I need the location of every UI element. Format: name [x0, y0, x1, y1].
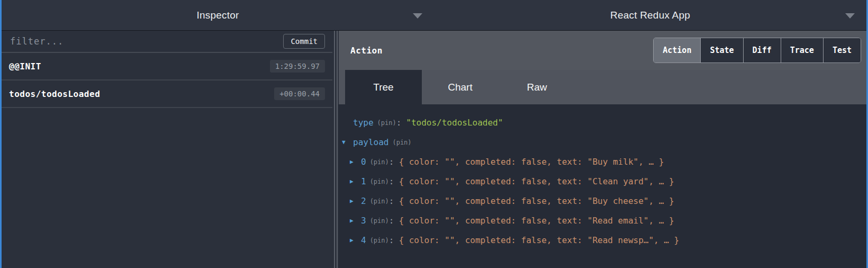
- colon: :: [396, 118, 402, 128]
- detail-header-title: Action: [350, 46, 383, 56]
- main-area: Commit @@INIT 1:29:59.97 todos/todosLoad…: [2, 31, 866, 268]
- panel-resize-handle[interactable]: [332, 31, 339, 268]
- colon: :: [389, 157, 394, 167]
- payload-children: ▶ 0 (pin) : { color: "", completed: fals…: [350, 152, 866, 250]
- json-tree: type (pin) : "todos/todosLoaded" ▼ paylo…: [339, 104, 866, 268]
- object-preview: { color: "", completed: false, text: "Bu…: [399, 157, 664, 167]
- tree-index: 4: [361, 235, 366, 245]
- tree-index: 0: [361, 157, 366, 167]
- action-list-item[interactable]: @@INIT 1:29:59.97: [2, 53, 332, 81]
- tree-index: 2: [361, 196, 366, 206]
- object-preview: { color: "", completed: false, text: "Re…: [399, 216, 674, 226]
- subtab-raw[interactable]: Raw: [499, 70, 575, 104]
- redux-devtools-panel: Inspector React Redux App Commit @@INIT …: [0, 0, 868, 268]
- action-timestamp-badge: +00:00.44: [274, 87, 325, 100]
- commit-button[interactable]: Commit: [283, 34, 325, 49]
- collapse-arrow-icon[interactable]: ▼: [342, 139, 353, 146]
- action-name: todos/todosLoaded: [9, 89, 100, 99]
- top-bar: Inspector React Redux App: [2, 0, 866, 31]
- tree-key: type: [353, 118, 374, 128]
- expand-arrow-icon[interactable]: ▶: [350, 198, 361, 204]
- colon: :: [389, 196, 394, 206]
- action-name: @@INIT: [9, 61, 41, 72]
- tab-test[interactable]: Test: [824, 38, 861, 62]
- pin-label[interactable]: (pin): [370, 237, 389, 244]
- monitor-selector[interactable]: Inspector: [2, 0, 434, 30]
- tree-string-value: "todos/todosLoaded": [406, 118, 503, 128]
- expand-arrow-icon[interactable]: ▶: [350, 217, 361, 224]
- object-preview: { color: "", completed: false, text: "Cl…: [399, 176, 674, 186]
- subtab-chart[interactable]: Chart: [422, 70, 499, 104]
- pin-label[interactable]: (pin): [377, 119, 396, 127]
- tree-index: 3: [361, 216, 366, 226]
- tree-row-item[interactable]: ▶ 3 (pin) : { color: "", completed: fals…: [350, 211, 866, 230]
- tree-index: 1: [361, 176, 366, 186]
- tree-key: payload: [353, 137, 388, 147]
- tree-row-type[interactable]: type (pin) : "todos/todosLoaded": [342, 113, 866, 132]
- object-preview: { color: "", completed: false, text: "Bu…: [399, 196, 674, 206]
- pin-label[interactable]: (pin): [392, 139, 411, 146]
- pin-label[interactable]: (pin): [370, 178, 389, 185]
- expand-arrow-icon[interactable]: ▶: [350, 158, 361, 165]
- tree-row-item[interactable]: ▶ 4 (pin) : { color: "", completed: fals…: [350, 230, 866, 250]
- chevron-down-icon: [845, 13, 855, 19]
- pin-label[interactable]: (pin): [370, 217, 389, 225]
- colon: :: [389, 176, 394, 186]
- pin-label[interactable]: (pin): [370, 158, 389, 166]
- subtab-tree[interactable]: Tree: [345, 70, 422, 104]
- tab-diff[interactable]: Diff: [744, 38, 781, 62]
- detail-header: Action Action State Diff Trace Test: [339, 31, 866, 70]
- colon: :: [389, 216, 394, 226]
- pin-label[interactable]: (pin): [370, 198, 389, 205]
- tree-row-item[interactable]: ▶ 2 (pin) : { color: "", completed: fals…: [350, 191, 866, 211]
- expand-arrow-icon[interactable]: ▶: [350, 178, 361, 185]
- tree-row-item[interactable]: ▶ 0 (pin) : { color: "", completed: fals…: [350, 152, 866, 172]
- object-preview: { color: "", completed: false, text: "Re…: [399, 235, 679, 245]
- tab-state[interactable]: State: [701, 38, 743, 62]
- action-timestamp-badge: 1:29:59.97: [270, 60, 325, 73]
- tab-action[interactable]: Action: [654, 38, 701, 62]
- expand-arrow-icon[interactable]: ▶: [350, 237, 361, 244]
- action-detail-panel: Action Action State Diff Trace Test Tree…: [339, 31, 866, 268]
- filter-input[interactable]: [9, 35, 283, 47]
- instance-selector-label: React Redux App: [610, 10, 690, 21]
- chevron-down-icon: [413, 13, 422, 19]
- tree-row-item[interactable]: ▶ 1 (pin) : { color: "", completed: fals…: [350, 172, 866, 191]
- filter-row: Commit: [2, 31, 332, 53]
- monitor-selector-label: Inspector: [197, 10, 239, 21]
- action-list-panel: Commit @@INIT 1:29:59.97 todos/todosLoad…: [2, 31, 332, 268]
- tree-row-payload[interactable]: ▼ payload (pin): [342, 132, 866, 152]
- colon: :: [389, 235, 394, 245]
- action-list-item[interactable]: todos/todosLoaded +00:00.44: [2, 81, 332, 108]
- instance-selector[interactable]: React Redux App: [434, 0, 866, 30]
- view-mode-tabs: Tree Chart Raw: [339, 70, 866, 104]
- tab-trace[interactable]: Trace: [781, 38, 824, 62]
- detail-tab-group: Action State Diff Trace Test: [653, 38, 861, 63]
